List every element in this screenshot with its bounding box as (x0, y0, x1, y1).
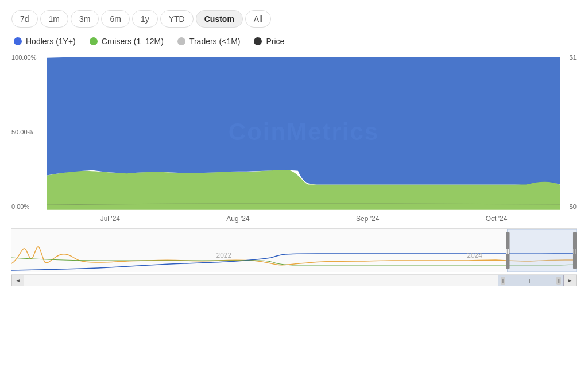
time-btn-3m[interactable]: 3m (71, 10, 99, 28)
legend-item-2: Traders (<1M) (177, 37, 241, 46)
y-label-right-bottom: $0 (570, 203, 577, 210)
time-btn-ytd[interactable]: YTD (160, 10, 194, 28)
legend-item-0: Hodlers (1Y+) (14, 37, 76, 46)
time-btn-1m[interactable]: 1m (40, 10, 68, 28)
svg-rect-0 (11, 229, 577, 272)
chart-area: CoinMetrics (47, 52, 560, 212)
y-label-right-top: $1 (570, 54, 577, 61)
page-container: 7d1m3m6m1yYTDCustomAll Hodlers (1Y+)Crui… (0, 0, 588, 392)
scroll-right-button[interactable]: ► (564, 275, 577, 286)
navigator-container: 2022 2024 || || ◄ || ||| || ► (11, 228, 577, 283)
x-label-jul: Jul '24 (100, 215, 120, 223)
legend-item-1: Cruisers (1–12M) (90, 37, 164, 46)
legend-label-1: Cruisers (1–12M) (102, 37, 164, 46)
x-label-aug: Aug '24 (226, 215, 249, 223)
time-btn-1y[interactable]: 1y (132, 10, 158, 28)
y-axis-left: 100.00% 50.00% 0.00% (11, 52, 36, 212)
time-btn-custom[interactable]: Custom (196, 10, 243, 28)
y-axis-right: $1 $0 (570, 52, 577, 212)
svg-text:||: || (506, 249, 509, 254)
y-label-mid: 50.00% (11, 129, 36, 135)
svg-text:2024: 2024 (467, 251, 482, 259)
scroll-left-button[interactable]: ◄ (11, 275, 24, 286)
svg-text:||: || (573, 249, 576, 254)
x-label-sep: Sep '24 (356, 215, 379, 223)
time-btn-all[interactable]: All (245, 10, 272, 28)
scroll-track[interactable]: || ||| || (24, 275, 564, 286)
navigator-svg: 2022 2024 || || (11, 229, 577, 272)
x-axis: Jul '24 Aug '24 Sep '24 Oct '24 (11, 215, 577, 223)
svg-rect-1 (508, 229, 577, 272)
thumb-center-handle: ||| (529, 278, 532, 283)
legend-dot-0 (14, 37, 22, 45)
legend-dot-1 (90, 37, 98, 45)
legend-label-3: Price (266, 37, 284, 46)
legend-label-0: Hodlers (1Y+) (26, 37, 76, 46)
thumb-left-handle[interactable]: || (501, 277, 505, 285)
y-label-bottom: 0.00% (11, 203, 36, 210)
legend-label-2: Traders (<1M) (189, 37, 241, 46)
chart-legend: Hodlers (1Y+)Cruisers (1–12M)Traders (<1… (11, 37, 577, 46)
scroll-thumb[interactable]: || ||| || (498, 275, 564, 286)
main-chart: 100.00% 50.00% 0.00% $1 $0 CoinMetrics (11, 52, 577, 212)
legend-dot-3 (254, 37, 262, 45)
legend-dot-2 (177, 37, 185, 45)
navigator-scrollbar: ◄ || ||| || ► (11, 274, 577, 286)
time-btn-7d[interactable]: 7d (11, 10, 38, 28)
time-btn-6m[interactable]: 6m (101, 10, 129, 28)
area-chart-svg (47, 52, 560, 212)
thumb-right-handle[interactable]: || (556, 277, 561, 285)
y-label-top: 100.00% (11, 54, 36, 61)
time-range-buttons: 7d1m3m6m1yYTDCustomAll (11, 10, 577, 28)
legend-item-3: Price (254, 37, 284, 46)
svg-text:2022: 2022 (216, 251, 231, 259)
x-label-oct: Oct '24 (486, 215, 508, 223)
